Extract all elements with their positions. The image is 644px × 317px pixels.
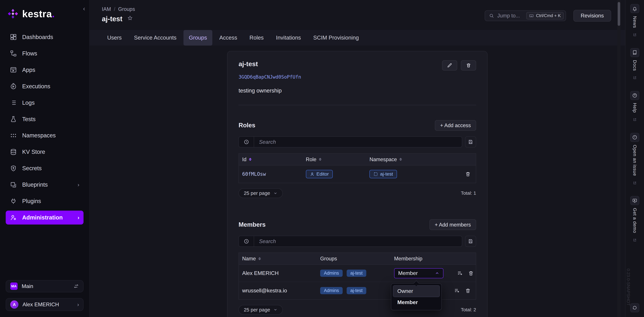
trash-icon (466, 63, 471, 68)
rail-item-open-an-issue[interactable]: Open an issue (630, 133, 639, 186)
members-search-input[interactable] (254, 236, 462, 247)
group-chip-aj-test[interactable]: aj-test (347, 287, 366, 294)
members-table: Name Groups Membership Alex EMERICH Admi… (238, 253, 476, 300)
sidebar-item-dashboards[interactable]: Dashboards (6, 30, 83, 44)
roles-col-namespace[interactable]: Namespace (366, 156, 458, 162)
sidebar-footer: MA Main A Alex EMERICH › (0, 275, 89, 317)
roles-col-id[interactable]: Id (239, 156, 302, 162)
add-members-button[interactable]: + Add members (430, 219, 476, 230)
group-chip-admins[interactable]: Admins (320, 270, 343, 277)
roles-total: Total: 1 (461, 191, 476, 196)
tab-service-accounts[interactable]: Service Accounts (129, 30, 182, 45)
chevron-down-icon (273, 308, 278, 312)
sort-icon (258, 256, 261, 262)
delete-group-button[interactable] (461, 60, 476, 70)
breadcrumb-iam[interactable]: IAM (102, 6, 111, 12)
executions-icon (10, 83, 17, 90)
scrollbar-track[interactable] (617, 0, 621, 317)
membership-dropdown: Owner Member (391, 283, 442, 310)
rail-item-help[interactable]: Help (630, 91, 639, 123)
sidebar-item-blueprints[interactable]: Blueprints › (6, 178, 83, 192)
role-id[interactable]: 60fMLOsw (239, 171, 302, 177)
sort-icon (399, 156, 402, 162)
members-col-membership: Membership (391, 256, 444, 262)
rail-item-docs[interactable]: Docs (630, 48, 639, 81)
right-rail: News Docs Help Open an issue Get a demo … (625, 0, 644, 317)
rail-item-history[interactable] (630, 303, 639, 312)
page-title: aj-test (102, 15, 122, 23)
roles-search-input[interactable] (254, 137, 462, 147)
tenant-switcher[interactable]: MA Main (6, 280, 83, 292)
namespace-chip[interactable]: aj-test (370, 170, 397, 178)
scrollbar-thumb[interactable] (618, 2, 620, 26)
content-area: aj-test 3GQD6qBapCNJwd0SoPfUfn testing o… (90, 45, 625, 317)
sidebar-menu: Dashboards Flows Apps Executions Logs Te… (0, 30, 89, 275)
history-icon[interactable] (239, 137, 254, 147)
history-icon[interactable] (239, 236, 254, 247)
jump-to-search[interactable]: Jump to... Ctrl/Cmd + K (485, 10, 566, 21)
sidebar-item-secrets[interactable]: Secrets (6, 161, 83, 175)
list-arrow-icon[interactable] (457, 271, 463, 276)
external-link-icon (633, 33, 636, 37)
save-search-icon[interactable] (465, 136, 476, 147)
delete-member-icon[interactable] (465, 288, 471, 294)
logs-icon (10, 99, 17, 106)
members-searchbar (238, 236, 476, 247)
group-chip-admins[interactable]: Admins (320, 287, 343, 294)
breadcrumb-groups[interactable]: Groups (118, 6, 135, 12)
rail-item-news[interactable]: News (630, 4, 639, 38)
sidebar: ‹ kestra. Dashboards Flows Apps (0, 0, 90, 317)
sidebar-item-tests[interactable]: Tests (6, 112, 83, 126)
members-col-name[interactable]: Name (239, 256, 317, 262)
roles-per-page-select[interactable]: 25 per page (238, 188, 283, 198)
roles-table: Id Role Namespace (238, 153, 476, 183)
divider (238, 105, 476, 105)
membership-select[interactable]: Member (394, 268, 444, 279)
delete-member-icon[interactable] (468, 271, 474, 276)
option-member[interactable]: Member (393, 297, 440, 308)
user-menu[interactable]: A Alex EMERICH › (6, 298, 83, 311)
group-id[interactable]: 3GQD6qBapCNJwd0SoPfUfn (238, 74, 476, 80)
tab-users[interactable]: Users (102, 30, 127, 45)
sidebar-item-administration[interactable]: Administration › (6, 211, 83, 225)
administration-icon (10, 214, 17, 221)
tab-roles[interactable]: Roles (244, 30, 269, 45)
tab-access[interactable]: Access (214, 30, 242, 45)
sidebar-item-executions[interactable]: Executions (6, 79, 83, 93)
group-chip-aj-test[interactable]: aj-test (347, 270, 366, 277)
apps-icon (10, 66, 17, 73)
secrets-icon (10, 165, 17, 172)
issue-icon (632, 135, 637, 140)
external-link-icon (633, 238, 636, 242)
group-detail-card: aj-test 3GQD6qBapCNJwd0SoPfUfn testing o… (227, 51, 488, 317)
sidebar-item-logs[interactable]: Logs (6, 96, 83, 110)
tab-invitations[interactable]: Invitations (271, 30, 306, 45)
search-icon (489, 13, 494, 18)
sidebar-item-kv-store[interactable]: KV Store (6, 145, 83, 159)
list-arrow-icon[interactable] (454, 288, 460, 294)
edit-group-button[interactable] (442, 60, 457, 70)
sidebar-item-flows[interactable]: Flows (6, 46, 83, 60)
members-per-page-select[interactable]: 25 per page (238, 305, 283, 315)
external-link-icon (633, 181, 636, 185)
members-table-header: Name Groups Membership (239, 253, 476, 265)
sidebar-collapse-icon[interactable]: ‹ (83, 6, 85, 12)
favorite-star-icon[interactable] (127, 15, 133, 23)
revisions-button[interactable]: Revisions (574, 10, 611, 22)
user-avatar: A (10, 301, 18, 309)
sidebar-item-apps[interactable]: Apps (6, 63, 83, 77)
roles-col-role[interactable]: Role (302, 156, 366, 162)
tab-scim-provisioning[interactable]: SCIM Provisioning (308, 30, 364, 45)
add-access-button[interactable]: + Add access (435, 120, 476, 131)
role-chip[interactable]: Editor (306, 170, 333, 178)
delete-role-icon[interactable] (465, 171, 471, 177)
rail-item-get-a-demo[interactable]: Get a demo (630, 196, 639, 244)
tab-bar: Users Service Accounts Groups Access Rol… (90, 30, 625, 45)
sidebar-item-namespaces[interactable]: Namespaces (6, 128, 83, 142)
sidebar-item-plugins[interactable]: Plugins (6, 194, 83, 208)
save-search-icon[interactable] (465, 236, 476, 247)
tab-groups[interactable]: Groups (184, 30, 212, 45)
kestra-logo[interactable]: kestra. (0, 0, 89, 30)
swap-icon[interactable] (73, 283, 79, 289)
option-owner[interactable]: Owner (393, 286, 440, 297)
